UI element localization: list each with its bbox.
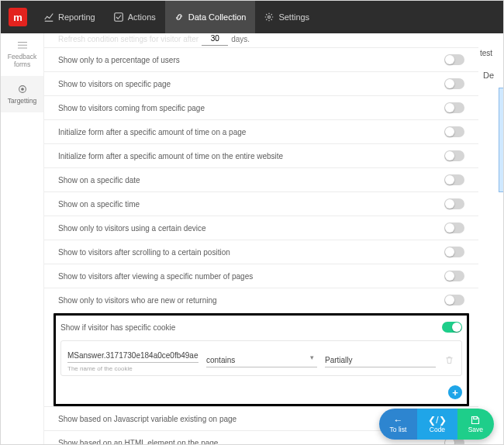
- refresh-condition-row: Refresh condition settings for visitor a…: [44, 33, 478, 47]
- cookie-condition-toggle[interactable]: [442, 322, 462, 333]
- svg-rect-0: [114, 13, 123, 22]
- arrow-left-icon: ←: [393, 416, 402, 425]
- condition-toggle[interactable]: [444, 126, 464, 137]
- sidebar-item-feedback-forms[interactable]: Feedback forms: [1, 33, 43, 76]
- right-strip: test De: [478, 33, 503, 444]
- right-strip-text: test: [480, 49, 492, 57]
- chart-icon: [44, 12, 54, 22]
- condition-toggle[interactable]: [444, 174, 464, 185]
- sidebar-item-targetting[interactable]: Targetting: [1, 76, 43, 112]
- sidebar-item-label: Feedback forms: [2, 53, 42, 68]
- condition-row: Show on a specific date: [44, 167, 478, 191]
- condition-toggle[interactable]: [444, 222, 464, 233]
- gear-icon: [264, 12, 274, 22]
- condition-row: Initialize form after a specific amount …: [44, 143, 478, 167]
- condition-toggle[interactable]: [444, 54, 464, 65]
- condition-label: Show to visitors after scrolling to a ce…: [58, 248, 230, 257]
- cookie-operator-select[interactable]: contains: [206, 354, 317, 367]
- condition-toggle[interactable]: [444, 198, 464, 209]
- sidebar: Feedback forms Targetting: [1, 33, 44, 444]
- condition-row: Initialize form after a specific amount …: [44, 119, 478, 143]
- condition-row: Show only to visitors using a certain de…: [44, 216, 478, 240]
- condition-row: Show to visitors after scrolling to a ce…: [44, 240, 478, 264]
- condition-label: Show to visitors on specific page: [58, 80, 171, 88]
- check-square-icon: [114, 12, 123, 22]
- condition-row: Show only to visitors who are new or ret…: [44, 288, 478, 312]
- condition-toggle[interactable]: [444, 247, 464, 257]
- refresh-condition-prefix: Refresh condition settings for visitor a…: [58, 35, 198, 43]
- refresh-days-input[interactable]: [202, 33, 228, 46]
- sidebar-item-label: Targetting: [8, 97, 36, 105]
- condition-label: Show on a specific date: [58, 176, 140, 185]
- cookie-name-input[interactable]: [67, 349, 198, 363]
- right-strip-marker: [499, 88, 503, 192]
- svg-rect-7: [474, 416, 478, 419]
- condition-row: Show to visitors on specific page: [44, 71, 478, 95]
- cookie-name-helper: The name of the cookie: [67, 365, 198, 372]
- condition-label: Show based on Javascript variable existi…: [58, 415, 236, 423]
- condition-toggle[interactable]: [444, 102, 464, 113]
- condition-label: Show to visitors after viewing a specifi…: [58, 272, 253, 281]
- condition-toggle[interactable]: [444, 295, 464, 305]
- code-label: Code: [430, 426, 445, 433]
- list-icon: [17, 41, 28, 50]
- condition-label: Show only to a percentage of users: [58, 56, 180, 64]
- target-icon: [17, 84, 28, 95]
- nav-label: Settings: [278, 12, 309, 22]
- app-logo-letter: m: [9, 8, 27, 26]
- condition-label: Show only to visitors who are new or ret…: [58, 296, 217, 305]
- nav-settings[interactable]: Settings: [255, 1, 319, 33]
- refresh-condition-suffix: days.: [231, 35, 250, 43]
- right-strip-tab[interactable]: De: [483, 71, 494, 80]
- app-logo[interactable]: m: [1, 1, 35, 33]
- cookie-condition-highlight: Show if visitor has specific cookie The …: [54, 313, 469, 406]
- cookie-value-input[interactable]: [325, 354, 436, 367]
- save-button[interactable]: Save: [457, 409, 494, 440]
- condition-row: Show on a specific time: [44, 191, 478, 216]
- nav-label: Actions: [128, 12, 156, 22]
- cookie-rule-card: The name of the cookie contains: [60, 340, 462, 376]
- condition-row: Show to visitors coming from specific pa…: [44, 95, 478, 119]
- condition-label: Initialize form after a specific amount …: [58, 152, 283, 160]
- condition-toggle[interactable]: [444, 271, 464, 281]
- app-frame: m Reporting Actions Data Collection Sett…: [0, 0, 504, 445]
- nav-label: Data Collection: [188, 12, 247, 22]
- action-bar: ← To list ❮/❯ Code Save: [379, 409, 494, 440]
- to-list-label: To list: [390, 426, 407, 433]
- to-list-button[interactable]: ← To list: [379, 409, 418, 440]
- condition-label: Show to visitors coming from specific pa…: [58, 104, 205, 112]
- cookie-condition-title: Show if visitor has specific cookie: [60, 323, 175, 332]
- condition-row: Show only to a percentage of users: [44, 47, 478, 71]
- top-nav: m Reporting Actions Data Collection Sett…: [1, 1, 503, 33]
- condition-row: Show to visitors after viewing a specifi…: [44, 264, 478, 288]
- save-icon: [471, 416, 480, 425]
- link-icon: [174, 12, 184, 22]
- nav-label: Reporting: [58, 12, 95, 22]
- nav-reporting[interactable]: Reporting: [35, 1, 105, 33]
- nav-actions[interactable]: Actions: [105, 1, 165, 33]
- trash-icon[interactable]: [444, 356, 455, 364]
- code-button[interactable]: ❮/❯ Code: [417, 409, 457, 440]
- condition-label: Show based on an HTML element on the pag…: [58, 439, 218, 445]
- code-icon: ❮/❯: [428, 416, 446, 425]
- svg-point-6: [21, 88, 23, 91]
- condition-label: Show on a specific time: [58, 200, 140, 209]
- main-panel: Refresh condition settings for visitor a…: [44, 33, 478, 444]
- condition-label: Initialize form after a specific amount …: [58, 128, 246, 136]
- condition-label: Show only to visitors using a certain de…: [58, 224, 206, 233]
- condition-toggle[interactable]: [444, 150, 464, 161]
- condition-toggle[interactable]: [444, 78, 464, 89]
- add-cookie-rule-button[interactable]: +: [448, 385, 462, 399]
- save-label: Save: [468, 426, 483, 433]
- svg-point-1: [268, 16, 271, 19]
- nav-data-collection[interactable]: Data Collection: [165, 1, 256, 33]
